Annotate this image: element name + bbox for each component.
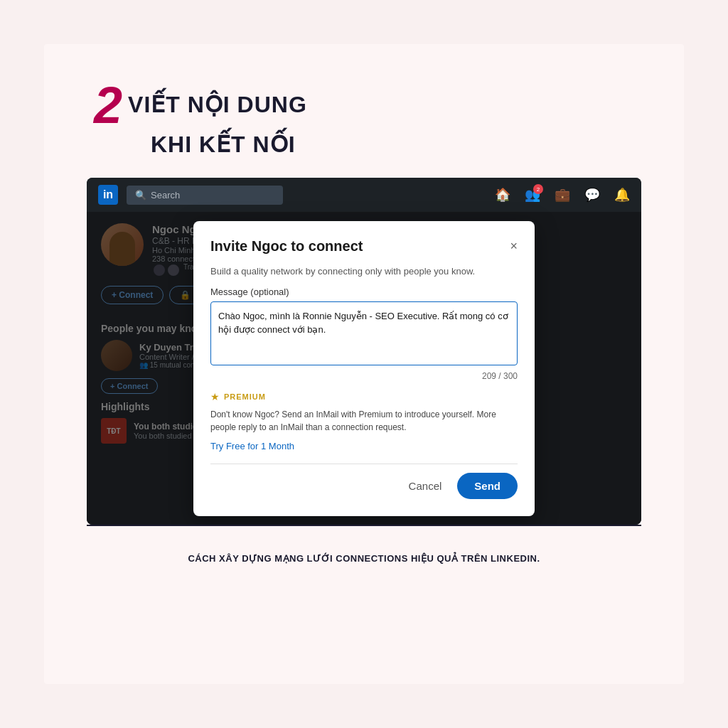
- send-button[interactable]: Send: [457, 473, 518, 499]
- linkedin-header: in 🔍 Search 🏠 👥 2 💼 💬 🔔: [87, 178, 641, 212]
- cancel-button[interactable]: Cancel: [400, 474, 451, 498]
- modal-header: Invite Ngoc to connect ×: [210, 238, 518, 255]
- invite-modal: Invite Ngoc to connect × Build a quality…: [193, 221, 535, 516]
- footer-text: CÁCH XÂY DỰNG MẠNG LƯỚI CONNECTIONS HIỆU…: [188, 553, 540, 564]
- linkedin-content: Ngoc Nguyen · 2nd C&B - HR Executive Ho …: [87, 212, 641, 525]
- linkedin-logo: in: [98, 185, 118, 205]
- search-icon: 🔍: [135, 190, 146, 200]
- title-line2: KHI KẾT NỐI: [151, 131, 296, 158]
- notification-badge: 2: [533, 184, 543, 194]
- modal-close-button[interactable]: ×: [510, 240, 518, 252]
- notifications-icon: 🔔: [614, 187, 630, 203]
- modal-subtitle: Build a quality network by connecting on…: [210, 266, 518, 277]
- linkedin-search-bar: 🔍 Search: [127, 186, 283, 205]
- message-textarea[interactable]: Chào Ngoc, mình là Ronnie Nguyễn - SEO E…: [210, 301, 518, 365]
- search-placeholder: Search: [151, 190, 180, 200]
- linkedin-screenshot: in 🔍 Search 🏠 👥 2 💼 💬 🔔: [87, 178, 641, 525]
- home-icon: 🏠: [495, 187, 510, 203]
- modal-overlay: Invite Ngoc to connect × Build a quality…: [87, 212, 641, 525]
- modal-footer: Cancel Send: [210, 464, 518, 499]
- header-section: 2 VIẾT NỘI DUNG KHI KẾT NỐI: [87, 80, 641, 158]
- main-card: 2 VIẾT NỘI DUNG KHI KẾT NỐI in 🔍 Search …: [44, 44, 684, 684]
- premium-link[interactable]: Try Free for 1 Month: [210, 441, 294, 451]
- title-line1: VIẾT NỘI DUNG: [128, 92, 307, 117]
- title-row: 2 VIẾT NỘI DUNG: [94, 80, 307, 131]
- people-icon: 👥 2: [525, 187, 540, 203]
- premium-star-icon: ★: [210, 391, 220, 402]
- premium-badge: ★ PREMIUM: [210, 391, 518, 402]
- message-label: Message (optional): [210, 287, 518, 297]
- jobs-icon: 💼: [555, 187, 570, 203]
- premium-description: Don't know Ngoc? Send an InMail with Pre…: [210, 408, 518, 434]
- linkedin-nav-icons: 🏠 👥 2 💼 💬 🔔: [495, 187, 630, 203]
- modal-title: Invite Ngoc to connect: [210, 238, 363, 255]
- messaging-icon: 💬: [584, 187, 600, 203]
- step-number: 2: [94, 80, 122, 131]
- footer-divider: [87, 525, 641, 526]
- char-count: 209 / 300: [210, 371, 518, 381]
- premium-label: PREMIUM: [224, 392, 266, 401]
- premium-section: ★ PREMIUM Don't know Ngoc? Send an InMai…: [210, 391, 518, 452]
